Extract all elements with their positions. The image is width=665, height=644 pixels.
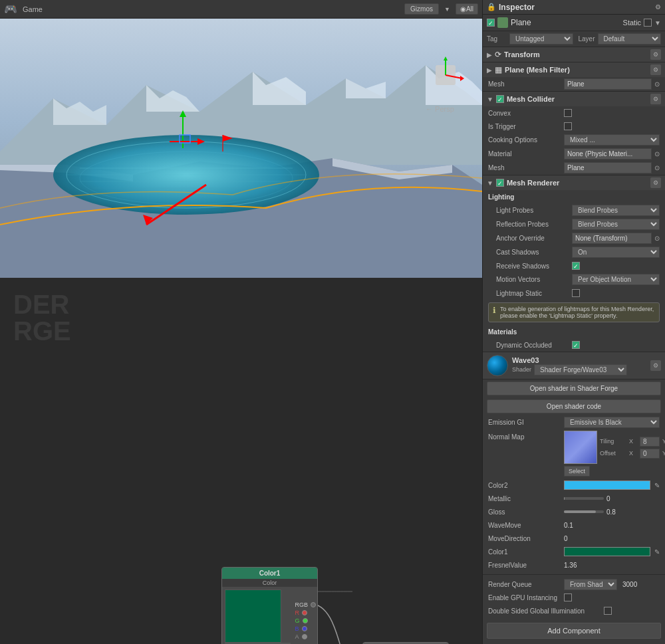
color2-eyedropper-icon[interactable]: ✎ xyxy=(654,482,660,489)
shader-sphere xyxy=(487,355,508,376)
static-dropdown[interactable]: ▼ xyxy=(654,19,661,27)
reflection-probes-row: Reflection Probes Blend Probes xyxy=(483,217,665,231)
cast-shadows-select[interactable]: On xyxy=(572,247,660,258)
layer-label: Layer xyxy=(579,35,595,43)
meshfilter-mesh-value[interactable]: Plane xyxy=(564,78,652,90)
open-shader-code-button[interactable]: Open shader code xyxy=(487,399,661,413)
materials-label-row: Materials xyxy=(483,325,665,338)
offset-label: Offset xyxy=(600,450,626,457)
meshrenderer-title: Mesh Renderer xyxy=(507,179,648,187)
tag-row: Tag Untagged Layer Default xyxy=(483,31,665,47)
cooking-label: Cooking Options xyxy=(488,136,561,144)
lighting-label: Lighting xyxy=(488,193,514,201)
layer-select[interactable]: Default xyxy=(598,33,662,45)
render-queue-label: Render Queue xyxy=(488,581,561,588)
add-component-button[interactable]: Add Component xyxy=(487,623,661,639)
window-title: Game xyxy=(23,5,43,13)
normal-select-button[interactable]: Select xyxy=(564,466,590,477)
shader-asset: Wave03 Shader Shader Forge/Wave03 ⚙ xyxy=(483,352,665,379)
convex-row: Convex xyxy=(483,106,665,120)
metallic-slider[interactable] xyxy=(564,497,604,500)
object-row: Plane Static ▼ xyxy=(483,15,665,31)
collider-mesh-value[interactable]: Plane xyxy=(564,162,652,173)
materials-label: Materials xyxy=(488,328,517,336)
gizmos-button[interactable]: Gizmos xyxy=(404,3,439,15)
motion-vectors-label: Motion Vectors xyxy=(496,276,569,283)
cooking-select[interactable]: Mixed ... xyxy=(564,134,660,146)
gloss-label: Gloss xyxy=(488,508,561,516)
meshrenderer-enabled-check[interactable] xyxy=(496,179,504,187)
normal-map-row: Normal Map Tiling X Y Offset xyxy=(483,429,665,479)
metallic-label: Metallic xyxy=(488,495,561,502)
top-bar: 🎮 Game Gizmos ▼ ◉All xyxy=(0,0,482,19)
gloss-slider[interactable] xyxy=(564,510,604,513)
lightmap-static-check[interactable] xyxy=(572,289,580,297)
shader-select[interactable]: Shader Forge/Wave03 xyxy=(534,364,627,376)
shader-info: Wave03 Shader Shader Forge/Wave03 xyxy=(512,356,646,376)
meshfilter-header[interactable]: ▶ ▦ Plane (Mesh Filter) ⚙ xyxy=(483,62,665,77)
fresnel-prop-label: FresnelValue xyxy=(488,562,561,569)
gpu-instancing-check[interactable] xyxy=(564,593,572,601)
shader-settings-icon[interactable]: ⚙ xyxy=(650,360,661,371)
meshfilter-mesh-label: Mesh xyxy=(488,80,561,88)
reflection-probes-select[interactable]: Blend Probes xyxy=(572,219,660,230)
wavemove-row: WaveMove 0.1 xyxy=(483,518,665,532)
is-trigger-row: Is Trigger xyxy=(483,120,665,133)
reflection-probes-label: Reflection Probes xyxy=(496,221,569,228)
cooking-row: Cooking Options Mixed ... xyxy=(483,133,665,147)
movedirection-label: MoveDirection xyxy=(488,535,561,542)
light-probes-select[interactable]: Blend Probes xyxy=(572,205,660,216)
collider-mesh-label: Mesh xyxy=(488,164,561,171)
color1-prop-swatch[interactable] xyxy=(564,547,650,556)
color1-header: Color1 xyxy=(222,568,317,579)
transform-icon: ⟳ xyxy=(495,50,501,59)
render-queue-select[interactable]: From Shader xyxy=(564,579,617,590)
dynamic-occluded-label: Dynamic Occluded xyxy=(496,342,569,349)
receive-shadows-row: Receive Shadows xyxy=(483,259,665,272)
dynamic-occluded-check[interactable] xyxy=(572,341,580,349)
offset-x-input[interactable] xyxy=(640,449,660,459)
collider-mesh-row: Mesh Plane ⊙ xyxy=(483,161,665,175)
static-label: Static xyxy=(623,19,642,27)
open-shader-forge-button[interactable]: Open shader in Shader Forge xyxy=(487,381,661,395)
motion-vectors-select[interactable]: Per Object Motion xyxy=(572,274,660,285)
meshrenderer-settings-icon[interactable]: ⚙ xyxy=(650,177,661,188)
meshcollider-enabled-check[interactable] xyxy=(496,95,504,103)
node-editor: DER RGE Color1 xyxy=(0,278,482,644)
color1-eyedropper-icon[interactable]: ✎ xyxy=(654,548,660,556)
is-trigger-check[interactable] xyxy=(564,122,572,130)
inspector-title: Inspector xyxy=(499,3,652,12)
view-button[interactable]: ◉All xyxy=(456,3,478,15)
collider-material-value[interactable]: None (Physic Materi... xyxy=(564,148,652,160)
tag-select[interactable]: Untagged xyxy=(509,33,573,45)
color1-prop-label: Color1 xyxy=(488,548,561,556)
meshcollider-title: Mesh Collider xyxy=(507,95,648,103)
color2-prop-row: Color2 ✎ xyxy=(483,479,665,492)
convex-check[interactable] xyxy=(564,109,572,117)
meshcollider-header[interactable]: ▼ Mesh Collider ⚙ xyxy=(483,92,665,106)
transform-settings-icon[interactable]: ⚙ xyxy=(650,49,661,60)
object-active-check[interactable] xyxy=(487,19,495,27)
transform-header[interactable]: ▶ ⟳ Transform ⚙ xyxy=(483,47,665,62)
object-name[interactable]: Plane xyxy=(511,18,620,27)
anchor-icon[interactable]: ⊙ xyxy=(654,235,660,242)
lightmap-static-label: Lightmap Static xyxy=(496,290,569,297)
meshfilter-mesh-select-icon[interactable]: ⊙ xyxy=(654,80,660,88)
color2-prop-swatch[interactable] xyxy=(564,481,650,490)
convex-label: Convex xyxy=(488,110,561,117)
meshcollider-settings-icon[interactable]: ⚙ xyxy=(650,94,661,104)
static-checkbox[interactable] xyxy=(644,19,652,27)
anchor-override-value[interactable]: None (Transform) xyxy=(572,233,652,244)
wavemove-value: 0.1 xyxy=(564,522,660,529)
tiling-x-input[interactable] xyxy=(640,437,660,447)
emission-gi-select[interactable]: Emissive Is Black xyxy=(564,417,660,428)
is-trigger-label: Is Trigger xyxy=(488,123,561,130)
meshcollider-arrow: ▼ xyxy=(487,96,493,103)
collider-mesh-icon[interactable]: ⊙ xyxy=(654,164,660,171)
normal-map-thumb[interactable] xyxy=(564,431,597,464)
meshrenderer-header[interactable]: ▼ Mesh Renderer ⚙ xyxy=(483,175,665,190)
double-sided-check[interactable] xyxy=(604,607,612,615)
collider-material-icon[interactable]: ⊙ xyxy=(654,150,660,158)
receive-shadows-check[interactable] xyxy=(572,262,580,270)
meshfilter-settings-icon[interactable]: ⚙ xyxy=(650,64,661,75)
